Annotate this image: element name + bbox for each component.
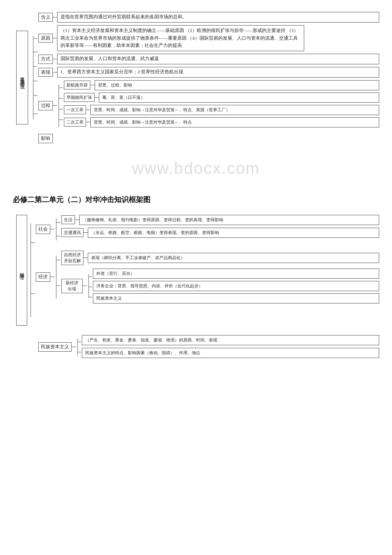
d1-sub-content-1: 葡、荷、英（日不落） xyxy=(99,92,379,103)
d2-shehui-cnt-1: （水运、铁路、航空、邮政、电报）变得表现、变的原因、变得影响 xyxy=(88,228,379,238)
d1-row-yingxiang: 影响 xyxy=(38,134,379,143)
d1-label-biaoxian: 表现 xyxy=(38,68,53,77)
d1-sub-hline-1 xyxy=(95,97,99,98)
d1-sub-label-1: 早期殖民扩张 xyxy=(64,93,95,102)
d2-shehui-subs: 生活 （服饰修饰、礼俗、报刊电影）变得原因、变得过程、变的表现、变得影响 交通通… xyxy=(61,215,379,238)
d2-mzzy-rows: （产生、初发、黄金、萧条、知发、萎缩、绝境）的原因、时间、表现 民族资本主义的特… xyxy=(82,335,379,358)
d1-sub-content-2: 背景、时间、成就、影响→注意对华及贸策←、特点、英国（世界工厂） xyxy=(90,105,379,115)
diagram1-section: 世界市场的形成 含义 是指在世界范围内通过对外贸易联系起来的各国市场的总和。 原… xyxy=(13,9,379,147)
d2-jingji-cnt-0: 表现（耕织分离、手工业者破产、农产品商品化） xyxy=(88,253,379,263)
d1-label-yuanyin: 原因 xyxy=(38,34,53,43)
d2-root-bracket xyxy=(27,215,36,326)
d1-hline-guocheng xyxy=(53,105,57,106)
d2-shehui-hl-0 xyxy=(75,220,79,220)
d1-content-fangshi: 国际贸易的发展、人口和货本的流通、武力威逼 xyxy=(57,54,379,64)
d1-label-hanyi: 含义 xyxy=(38,13,53,22)
d2-jingji-subs: 自然经济开始瓦解 表现（耕织分离、手工业者破产、农产品商品化） 新经济出现 xyxy=(61,251,379,304)
d2-mzzy-block: 民族资本主义 （产生、初发、黄金、萧条、知发、萎缩、绝境）的原因、时间、表现 民… xyxy=(13,335,379,359)
d2-shehui-sub-1: 交通通讯 （水运、铁路、航空、邮政、电报）变得表现、变的原因、变得影响 xyxy=(61,228,379,238)
d2-shehui-cnt-0: （服饰修饰、礼俗、报刊电影）变得原因、变得过程、变的表现、变得影响 xyxy=(79,215,379,225)
d1-row-yuanyin: 原因 （1）资本主义经济发展和资本主义制度的确立——基础原因 （2）欧洲的殖民扩… xyxy=(38,25,379,52)
d1-bracket-svg xyxy=(28,31,38,124)
d1-row-fangshi: 方式 国际贸易的发展、人口和货本的流通、武力威逼 xyxy=(38,54,379,64)
d2-jingji-label-0: 自然经济开始瓦解 xyxy=(61,251,84,265)
diagram2-title: 必修二第二单元（二）对华冲击知识框架图 xyxy=(13,195,379,205)
d2-shehui-hl-1 xyxy=(84,232,88,233)
d1-sub-row-1: 早期殖民扩张 葡、荷、英（日不落） xyxy=(64,92,379,103)
d1-label-guocheng: 过程 xyxy=(38,101,53,110)
d1-sub-rows: 新航路开辟 背景、过程、影响 早期殖民扩张 葡、荷、英（日不落） 一次工革 xyxy=(64,80,379,127)
d1-sub-hline-3 xyxy=(86,122,90,122)
d1-row-biaoxian: 表现 1、世界西方资本主义国家瓜分完毕；2·世界性经济危机出现 xyxy=(38,67,379,78)
d2-hline-shehui xyxy=(50,229,55,229)
diagram2-section: 对华冲击 社会 生活 xyxy=(13,211,379,359)
d1-content-biaoxian: 1、世界西方资本主义国家瓜分完毕；2·世界性经济危机出现 xyxy=(57,67,379,78)
d1-content-hanyi: 是指在世界范围内通过对外贸易联系起来的各国市场的总和。 xyxy=(57,12,379,23)
d2-jingji-hl-1 xyxy=(83,286,87,286)
d1-sub-bracket-svg xyxy=(57,80,64,131)
d2-mzzy-row-0: （产生、初发、黄金、萧条、知发、萎缩、绝境）的原因、时间、表现 xyxy=(82,335,379,345)
d2-xinjingji-bracket xyxy=(87,271,93,301)
watermark: www.bdocx.com xyxy=(13,159,379,178)
d1-sub-label-2: 一次工革 xyxy=(64,105,86,114)
d2-shehui-label-1: 交通通讯 xyxy=(61,228,84,237)
d1-sub-content-3: 背景、时间、成就、影响→注意对华及贸策←、特点 xyxy=(90,117,379,127)
d1-sub-row-3: 二次工革 背景、时间、成就、影响→注意对华及贸策←、特点 xyxy=(64,117,379,127)
d2-branch-shehui: 社会 生活 （服饰修饰、礼俗、报刊电影）变得原因、变得过程、变的表现、变得影响 … xyxy=(36,215,379,244)
d1-hline-biaoxian xyxy=(53,72,57,72)
d2-jingji-sub-0: 自然经济开始瓦解 表现（耕织分离、手工业者破产、农产品商品化） xyxy=(61,251,379,265)
d2-root-label: 对华冲击 xyxy=(16,215,27,326)
d2-mzzy-bracket xyxy=(76,335,82,359)
d2-label-jingji: 经济 xyxy=(36,272,50,282)
d2-label-shehui: 社会 xyxy=(36,225,50,234)
diagram2-container: 对华冲击 社会 生活 xyxy=(13,211,379,329)
d2-shehui-bracket xyxy=(55,215,61,244)
d2-jingji-hl-0 xyxy=(84,257,88,258)
diagram1-container: 世界市场的形成 含义 是指在世界范围内通过对外贸易联系起来的各国市场的总和。 原… xyxy=(13,9,379,147)
d1-main-rows: 含义 是指在世界范围内通过对外贸易联系起来的各国市场的总和。 原因 （1）资本主… xyxy=(38,12,379,143)
d1-sub-label-0: 新航路开辟 xyxy=(64,81,90,90)
d1-hline-fangshi xyxy=(53,59,57,59)
d2-xinjingji-2: 民族资本主义 xyxy=(93,293,379,304)
d2-shehui-label-0: 生活 xyxy=(61,215,75,224)
d1-row-hanyi: 含义 是指在世界范围内通过对外贸易联系起来的各国市场的总和。 xyxy=(38,12,379,23)
d2-xinjingji-1: 洋务企业：背景、指导思想、内容、评价（近代化起步） xyxy=(93,281,379,291)
d2-shehui-sub-0: 生活 （服饰修饰、礼俗、报刊电影）变得原因、变得过程、变的表现、变得影响 xyxy=(61,215,379,225)
d1-sub-hline-2 xyxy=(86,110,90,110)
d2-main-branches: 社会 生活 （服饰修饰、礼俗、报刊电影）变得原因、变得过程、变的表现、变得影响 … xyxy=(36,215,379,304)
d1-row-guocheng: 过程 新航路开辟 背景、过程、影响 xyxy=(38,80,379,131)
d2-mzzy-hline xyxy=(72,347,76,347)
d2-jingji-label-1: 新经济出现 xyxy=(61,279,83,293)
d1-sub-row-0: 新航路开辟 背景、过程、影响 xyxy=(64,80,379,90)
d1-hline-yuanyin xyxy=(53,38,57,38)
d1-label-fangshi: 方式 xyxy=(38,55,53,64)
d1-sub-content-0: 背景、过程、影响 xyxy=(95,80,379,90)
d2-mzzy-label: 民族资本主义 xyxy=(38,342,72,352)
d1-label-yingxiang: 影响 xyxy=(38,134,53,143)
d1-sub-hline-0 xyxy=(90,85,95,85)
d2-xinjingji-0: 外资（官行、买办） xyxy=(93,269,379,279)
d1-hline-hanyi xyxy=(53,17,57,17)
d2-hline-jingji xyxy=(50,277,55,277)
d2-xinjingji-subs: 外资（官行、买办） 洋务企业：背景、指导思想、内容、评价（近代化起步） 民族资本… xyxy=(93,269,379,304)
d1-content-yuanyin: （1）资本主义经济发展和资本主义制度的确立——基础原因 （2）欧洲的殖民扩张与掠… xyxy=(57,25,304,52)
d2-mzzy-row-1: 民族资本主义的特点、影响因素（推动、阻碍）、作用、地位 xyxy=(82,348,379,358)
d1-sub-row-2: 一次工革 背景、时间、成就、影响→注意对华及贸策←、特点、英国（世界工厂） xyxy=(64,105,379,115)
d2-jingji-bracket xyxy=(55,251,61,303)
d2-branch-jingji: 经济 自然经济开始瓦解 表现（耕织分离、手工业者破产、农产品商品化） xyxy=(36,251,379,304)
d1-root-label: 世界市场的形成 xyxy=(16,31,28,124)
d2-jingji-sub-1: 新经济出现 外资（官行、买办） 洋务企业：背景、指导思想、内容、评价（近代化起步… xyxy=(61,269,379,304)
d1-sub-label-3: 二次工革 xyxy=(64,118,86,127)
